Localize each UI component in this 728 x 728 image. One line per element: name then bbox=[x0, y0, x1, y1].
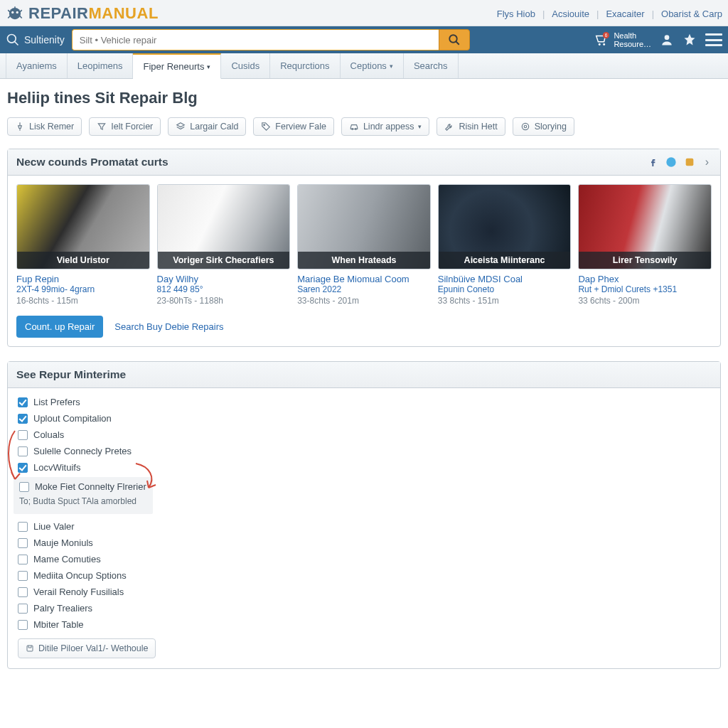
tab-4[interactable]: Requrctions bbox=[270, 53, 340, 78]
checkbox-icon[interactable] bbox=[18, 620, 28, 630]
checklist-item-10[interactable]: Verail Renoly Fusilials bbox=[18, 584, 710, 600]
brand-text: REPAIRMANUAL bbox=[28, 4, 159, 23]
checklist-item-3[interactable]: Sulelle Connecly Pretes bbox=[18, 443, 710, 459]
top-link-1[interactable]: Acsiouite bbox=[552, 9, 589, 19]
checkbox-icon[interactable] bbox=[18, 446, 28, 456]
checkbox-icon[interactable] bbox=[18, 555, 28, 564]
card-subtitle[interactable]: Saren 2022 bbox=[297, 284, 431, 294]
svg-point-11 bbox=[665, 35, 670, 40]
card-3[interactable]: Aiceista Miinteranc Silnbüive MDSI Coal … bbox=[438, 184, 572, 306]
site-section[interactable]: Sultienity bbox=[6, 33, 65, 47]
checkbox-icon[interactable] bbox=[19, 482, 29, 492]
search-input[interactable] bbox=[72, 29, 439, 50]
top-links: Flys Hiob| Acsiouite| Exacaiter| Obarist… bbox=[497, 9, 722, 19]
checkbox-icon[interactable] bbox=[18, 463, 28, 473]
filter-btn-5[interactable]: Risin Hett bbox=[437, 117, 505, 136]
svg-line-4 bbox=[15, 42, 18, 46]
checklist-tip: To; Budta Spuct TAla amorbled bbox=[19, 496, 147, 507]
brand-logo[interactable]: REPAIRMANUAL bbox=[6, 4, 159, 23]
checklist-item-2[interactable]: Coluals bbox=[18, 427, 710, 443]
card-title[interactable]: Mariage Be Miomual Coom bbox=[297, 274, 431, 284]
checklist-item-12[interactable]: Mbiter Table bbox=[18, 616, 710, 633]
filter-btn-4[interactable]: Lindr appess▾ bbox=[341, 117, 430, 136]
card-4[interactable]: Lirer Tensowily Dap Phex Rut + Dmiol Cur… bbox=[578, 184, 712, 306]
tab-bar: Ayaniems Leopimens Fiper Reneurts▾ Cusid… bbox=[0, 53, 728, 79]
svg-point-17 bbox=[666, 157, 675, 166]
tab-6[interactable]: Searchs bbox=[404, 53, 459, 78]
brand-icon bbox=[6, 4, 24, 23]
checklist-item-6[interactable]: Liue Valer bbox=[18, 518, 710, 535]
twitter-icon[interactable] bbox=[665, 156, 677, 168]
card-subtitle[interactable]: Rut + Dmiol Curets +1351 bbox=[578, 284, 712, 294]
filter-btn-0[interactable]: Lisk Remer bbox=[7, 117, 82, 136]
health-line2: Resoure… bbox=[614, 40, 651, 48]
card-title[interactable]: Day Wilhy bbox=[157, 274, 291, 284]
tab-3[interactable]: Cusids bbox=[221, 53, 270, 78]
checklist-item-9[interactable]: Mediita Oncup Sptions bbox=[18, 567, 710, 584]
checkbox-icon[interactable] bbox=[18, 604, 28, 614]
user-icon[interactable] bbox=[660, 33, 674, 47]
card-caption: Lirer Tensowily bbox=[579, 252, 711, 269]
top-link-3[interactable]: Obarist & Carp bbox=[661, 9, 722, 19]
health-resource-link[interactable]: 6 NealthResoure… bbox=[594, 31, 651, 48]
car-icon bbox=[349, 122, 359, 132]
svg-point-5 bbox=[449, 35, 457, 43]
checklist-item-1[interactable]: Uplout Compitalion bbox=[18, 410, 710, 427]
checklist-item-0[interactable]: List Prefers bbox=[18, 394, 710, 410]
checkbox-icon[interactable] bbox=[18, 587, 28, 597]
search-button[interactable] bbox=[439, 29, 470, 50]
card-0[interactable]: Vield Uristor Fup Repin 2XT-4 99mio- 4gr… bbox=[16, 184, 150, 306]
top-link-2[interactable]: Exacaiter bbox=[606, 9, 644, 19]
card-title[interactable]: Fup Repin bbox=[16, 274, 150, 284]
card-2[interactable]: When Hrateads Mariage Be Miomual Coom Sa… bbox=[297, 184, 431, 306]
star-icon[interactable] bbox=[682, 33, 697, 47]
svg-point-1 bbox=[11, 11, 14, 14]
card-title[interactable]: Silnbüive MDSI Coal bbox=[438, 274, 572, 284]
card-caption: Vield Uristor bbox=[17, 252, 149, 269]
checkbox-icon[interactable] bbox=[18, 430, 28, 440]
primary-nav-bar: Sultienity 6 NealthResoure… bbox=[0, 26, 728, 53]
filter-btn-2[interactable]: Largair Cald bbox=[168, 117, 246, 136]
checklist-item-4[interactable]: LocvWituifs bbox=[18, 459, 710, 476]
card-subtitle[interactable]: 2XT-4 99mio- 4grarn bbox=[16, 284, 150, 294]
filter-icon bbox=[97, 122, 107, 132]
next-icon[interactable]: › bbox=[702, 156, 712, 168]
tab-1[interactable]: Leopimens bbox=[68, 53, 134, 78]
secondary-cta-link[interactable]: Search Buy Debie Repairs bbox=[114, 321, 223, 332]
checklist-item-8[interactable]: Mame Comuties bbox=[18, 551, 710, 567]
checkbox-icon[interactable] bbox=[18, 414, 28, 424]
filter-btn-6[interactable]: Slorying bbox=[513, 117, 574, 136]
checkbox-icon[interactable] bbox=[18, 538, 28, 548]
tab-0[interactable]: Ayaniems bbox=[6, 53, 68, 78]
tab-5[interactable]: Ceptions▾ bbox=[341, 53, 404, 78]
svg-rect-18 bbox=[685, 159, 693, 166]
checklist-item-11[interactable]: Palry Trealiers bbox=[18, 600, 710, 616]
card-1[interactable]: Voriger Sirk Checrafiers Day Wilhy 812 4… bbox=[157, 184, 291, 306]
menu-icon[interactable] bbox=[705, 33, 722, 46]
panel-featured: Necw counds Promatat curts › Vield Urist… bbox=[7, 149, 721, 347]
card-subtitle[interactable]: Epunin Coneto bbox=[438, 284, 572, 294]
primary-cta-button[interactable]: Count. up Repair bbox=[16, 316, 103, 338]
checkbox-icon[interactable] bbox=[18, 522, 28, 532]
svg-text:6: 6 bbox=[605, 33, 608, 38]
svg-line-6 bbox=[456, 41, 459, 45]
target-icon bbox=[520, 122, 530, 132]
card-row: Vield Uristor Fup Repin 2XT-4 99mio- 4gr… bbox=[16, 184, 712, 306]
share-icon[interactable] bbox=[684, 156, 695, 168]
card-title[interactable]: Dap Phex bbox=[578, 274, 712, 284]
checkbox-icon[interactable] bbox=[18, 397, 28, 407]
card-meta: 33-8chts - 201m bbox=[297, 296, 431, 306]
filter-btn-3[interactable]: Ferview Fale bbox=[253, 117, 334, 136]
checklist-item-7[interactable]: Mauje Moniuls bbox=[18, 535, 710, 551]
svg-point-16 bbox=[524, 125, 527, 128]
card-subtitle[interactable]: 812 449 85° bbox=[157, 284, 291, 294]
card-meta: 23-80hTs - 1188h bbox=[157, 296, 291, 306]
top-link-0[interactable]: Flys Hiob bbox=[497, 9, 535, 19]
wrench-icon bbox=[444, 122, 454, 132]
facebook-icon[interactable] bbox=[647, 156, 658, 168]
checklist-item-5-highlighted[interactable]: Moke Fiet Connelty Flrerier To; Budta Sp… bbox=[14, 477, 153, 514]
checklist-bottom-button[interactable]: Ditile Piloer Val1/- Wethoule bbox=[18, 638, 156, 658]
filter-btn-1[interactable]: Ielt Forcier bbox=[89, 117, 161, 136]
tab-2[interactable]: Fiper Reneurts▾ bbox=[133, 53, 221, 79]
checkbox-icon[interactable] bbox=[18, 571, 28, 581]
